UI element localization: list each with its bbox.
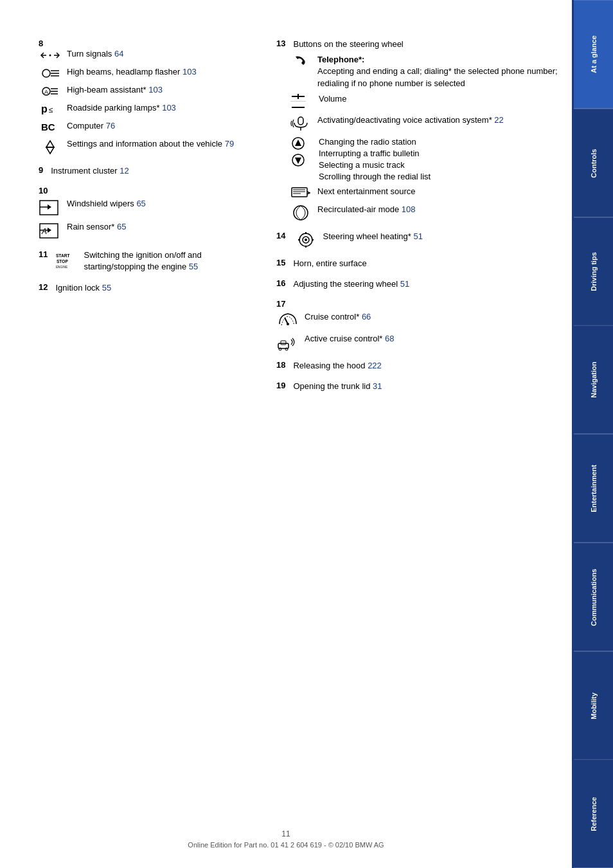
item-18-row: 18 Releasing the hood 222 <box>276 360 559 372</box>
volume-icon <box>289 93 307 111</box>
turn-signals-icon <box>39 48 62 62</box>
ignition-switch-text: Switching the ignition on/off and starti… <box>84 249 257 273</box>
section-15: 15 Horn, entire surface <box>276 258 559 269</box>
svg-text:ENGINE: ENGINE <box>56 266 67 269</box>
sidebar-tab-communications[interactable]: Communications <box>574 543 613 651</box>
section-8: 8 <box>39 39 257 156</box>
horn-text: Horn, entire surface <box>293 258 366 269</box>
steering-btn-radio: Changing the radio station Interrupting … <box>276 136 559 183</box>
svg-point-47 <box>287 323 289 325</box>
item-19-row: 19 Opening the trunk lid 31 <box>276 381 559 392</box>
computer-bc-icon: BC <box>39 120 62 134</box>
section-13: 13 Buttons on the steering wheel <box>276 39 559 222</box>
item-number-9: 9 <box>39 165 43 175</box>
page-number: 11 <box>0 829 572 838</box>
steering-wheel-buttons-text: Buttons on the steering wheel <box>293 39 403 50</box>
item-number-8: 8 <box>39 39 43 48</box>
high-beams-icon <box>39 66 62 80</box>
section-14: 14 <box>276 231 559 249</box>
rain-sensor-icon: A <box>39 221 62 240</box>
steering-btn-volume: Volume <box>276 93 559 111</box>
active-cruise-text: Active cruise control* 68 <box>305 333 394 345</box>
sidebar-tab-at-a-glance[interactable]: At a glance <box>574 0 613 109</box>
item-number-10: 10 <box>39 186 48 195</box>
svg-rect-34 <box>292 188 307 197</box>
sidebar-tab-reference[interactable]: Reference <box>574 759 613 868</box>
high-beams-text: High beams, headlamp flasher 103 <box>67 66 197 78</box>
item-number-17: 17 <box>276 299 285 309</box>
cruise-control-text: Cruise control* 66 <box>305 311 371 323</box>
item-9-row: 9 Instrument cluster 12 <box>39 165 257 177</box>
svg-marker-17 <box>48 204 51 210</box>
section-11: 11 START STOP ENGINE Switching the ignit… <box>39 249 257 273</box>
recirculated-air-icon <box>289 204 312 222</box>
item-12-row: 12 Ignition lock 55 <box>39 282 257 294</box>
sidebar-tab-mobility[interactable]: Mobility <box>574 651 613 760</box>
steering-btn-telephone: Telephone*: Accepting and ending a call;… <box>276 54 559 89</box>
radio-icons <box>289 136 307 167</box>
voice-activation-icon <box>289 114 312 132</box>
steering-btn-entertainment: Next entertainment source <box>276 186 559 200</box>
item-number-16: 16 <box>276 278 285 288</box>
svg-text:p: p <box>41 104 48 114</box>
svg-point-0 <box>49 55 51 57</box>
sidebar-tab-navigation[interactable]: Navigation <box>574 325 613 434</box>
svg-text:A: A <box>44 89 48 95</box>
section-12: 12 Ignition lock 55 <box>39 282 257 294</box>
telephone-text: Telephone*: Accepting and ending a call;… <box>317 54 559 89</box>
sidebar-tab-entertainment[interactable]: Entertainment <box>574 434 613 543</box>
rain-sensor-text: Rain sensor* 65 <box>67 221 127 233</box>
turn-signals-text: Turn signals 64 <box>67 48 123 60</box>
telephone-icon <box>289 54 312 72</box>
svg-marker-21 <box>48 228 51 233</box>
item-8-turn-signals: Turn signals 64 <box>39 48 257 62</box>
parking-lamps-text: Roadside parking lamps* 103 <box>67 102 176 114</box>
steering-wheel-heat-text: Steering wheel heating* 51 <box>323 231 422 242</box>
instrument-cluster-text: Instrument cluster 12 <box>51 165 129 177</box>
high-beam-assistant-icon: A <box>39 84 62 98</box>
item-10-rain-sensor: A Rain sensor* 65 <box>39 221 257 240</box>
svg-marker-31 <box>295 140 301 146</box>
copyright-text: Online Edition for Part no. 01 41 2 604 … <box>0 841 572 849</box>
start-stop-icon: START STOP ENGINE <box>55 249 78 270</box>
recirculated-air-text: Recirculated-air mode 108 <box>317 204 415 215</box>
steering-wheel-heat-icon <box>294 231 317 249</box>
high-beam-assistant-text: High-beam assistant* 103 <box>67 84 163 96</box>
ignition-lock-text: Ignition lock 55 <box>55 282 111 294</box>
svg-marker-14 <box>46 147 54 154</box>
svg-text:START: START <box>56 253 70 258</box>
radio-controls-text: Changing the radio station Interrupting … <box>319 136 431 183</box>
item-14-row: 14 <box>276 231 559 249</box>
item-number-18: 18 <box>276 360 285 370</box>
item-8-settings: Settings and information about the vehic… <box>39 138 257 156</box>
section-9: 9 Instrument cluster 12 <box>39 165 257 177</box>
section-19: 19 Opening the trunk lid 31 <box>276 381 559 392</box>
hood-release-text: Releasing the hood 222 <box>293 360 381 372</box>
item-8-high-beam-assistant: A High-beam assistant* 103 <box>39 84 257 98</box>
item-number-12: 12 <box>39 282 48 292</box>
parking-lamps-icon: p ≤ <box>39 102 62 116</box>
windshield-wipers-icon <box>39 198 62 217</box>
sidebar-tab-controls[interactable]: Controls <box>574 109 613 217</box>
svg-point-1 <box>42 69 50 77</box>
item-8-computer: BC Computer 76 <box>39 120 257 134</box>
item-number-13: 13 <box>276 39 285 48</box>
item-8-high-beams: High beams, headlamp flasher 103 <box>39 66 257 80</box>
active-cruise-control-icon <box>276 333 299 351</box>
page-footer: 11 Online Edition for Part no. 01 41 2 6… <box>0 829 572 849</box>
cruise-control-icon <box>276 311 299 329</box>
sidebar-tab-driving-tips[interactable]: Driving tips <box>574 217 613 326</box>
volume-text: Volume <box>319 93 346 105</box>
section-17: 17 <box>276 299 559 351</box>
wipers-text: Windshield wipers 65 <box>67 198 146 210</box>
section-18: 18 Releasing the hood 222 <box>276 360 559 372</box>
svg-marker-33 <box>295 158 301 164</box>
item-10-wipers: Windshield wipers 65 <box>39 198 257 217</box>
settings-text: Settings and information about the vehic… <box>67 138 234 150</box>
sidebar: At a glance Controls Driving tips Naviga… <box>572 0 613 868</box>
section-16: 16 Adjusting the steering wheel 51 <box>276 278 559 290</box>
item-15-row: 15 Horn, entire surface <box>276 258 559 269</box>
entertainment-source-icon <box>289 186 312 200</box>
settings-icon <box>39 138 62 156</box>
section-10: 10 Windshield wi <box>39 186 257 240</box>
